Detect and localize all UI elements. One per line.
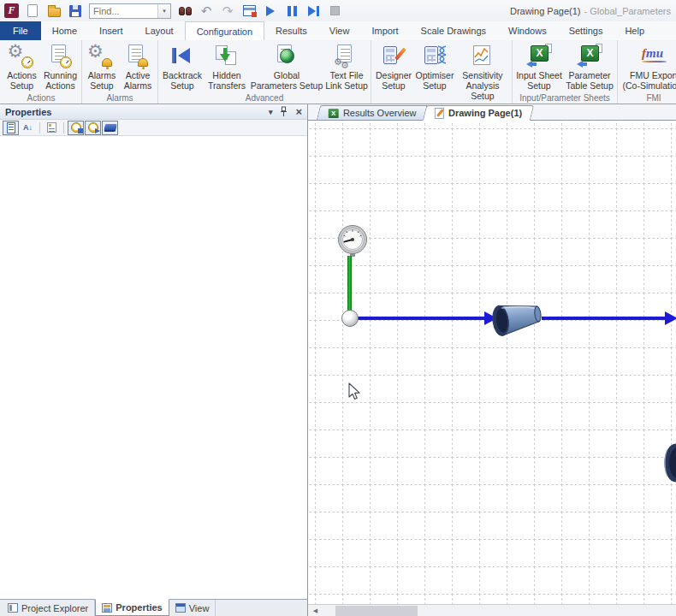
ribbon-item-input-sheet-setup[interactable]: X Input Sheet Setup (514, 43, 564, 92)
drawing-page-icon (435, 108, 444, 119)
search-button[interactable] (177, 3, 193, 19)
panel-menu-button[interactable]: ▾ (269, 108, 273, 116)
pipe-component-partial-icon[interactable] (655, 442, 676, 483)
dock-tab-properties[interactable]: Properties (95, 599, 169, 616)
open-button[interactable] (46, 3, 62, 19)
description-button[interactable] (102, 121, 118, 135)
fmu-logo-icon: fmu (639, 44, 668, 69)
ribbon-item-actions-setup[interactable]: ⚙ Actions Setup (3, 43, 41, 92)
ribbon-item-fmu-export[interactable]: fmu FMU Export (Co-Simulation) (620, 43, 676, 92)
step-forward-button[interactable] (305, 3, 321, 19)
ribbon-item-active-alarms[interactable]: Active Alarms (120, 43, 156, 92)
menu-tab-settings[interactable]: Settings (558, 21, 614, 40)
menu-tab-windows[interactable]: Windows (497, 21, 558, 40)
open-folder-icon (48, 8, 61, 17)
calculator-dna-icon (420, 44, 449, 69)
properties-content[interactable] (0, 136, 307, 599)
scroll-left-icon: ◀ (313, 607, 317, 614)
properties-panel-title: Properties (5, 107, 51, 117)
watch-input-button[interactable] (68, 121, 84, 135)
ribbon-group-label: Input/Parameter Sheets (514, 92, 615, 104)
new-document-button[interactable] (25, 3, 40, 19)
ribbon: ⚙ Actions Setup Running Actions Actions … (0, 40, 676, 104)
menu-tab-configuration[interactable]: Configuration (185, 21, 264, 40)
excel-import-icon: X (575, 44, 604, 69)
ribbon-item-text-file-link-setup[interactable]: ⚙⚙ Text File Link Setup (324, 43, 369, 92)
alphabetical-sort-button[interactable]: A↓ (20, 121, 36, 135)
doc-tab-results-overview[interactable]: X Results Overview (317, 105, 429, 120)
scroll-left-button[interactable]: ◀ (308, 605, 323, 616)
pressure-gauge-icon[interactable] (336, 224, 369, 258)
properties-panel-header: Properties ▾ × (0, 104, 307, 120)
redo-button[interactable]: ↷ (220, 3, 235, 19)
window-title: Drawing Page(1) - Global_Parameters (510, 0, 671, 21)
dock-tab-view[interactable]: View (169, 600, 216, 616)
menu-tab-scale-drawings[interactable]: Scale Drawings (410, 21, 497, 40)
gear-bell-icon: ⚙ (87, 44, 116, 69)
ribbon-item-alarms-setup[interactable]: ⚙ Alarms Setup (84, 43, 120, 92)
doc-tab-drawing-page-1[interactable]: Drawing Page(1) (422, 105, 534, 121)
menu-tab-results[interactable]: Results (264, 21, 318, 40)
scrollbar-thumb[interactable] (335, 606, 418, 616)
find-dropdown-button[interactable]: ▾ (157, 4, 170, 18)
flow-line[interactable] (358, 317, 484, 320)
categorized-view-button[interactable] (3, 121, 19, 135)
close-button[interactable]: × (295, 106, 302, 117)
app-logo-icon[interactable]: F (4, 3, 19, 18)
play-icon (266, 6, 275, 16)
menu-tab-home[interactable]: Home (41, 21, 88, 40)
calculator-pencil-icon (379, 44, 408, 69)
ribbon-item-hidden-transfers[interactable]: Hidden Transfers (205, 43, 249, 92)
save-icon (69, 5, 81, 17)
watch-result-button[interactable] (85, 121, 101, 135)
results-overview-icon: X (329, 109, 339, 118)
new-document-icon (27, 4, 38, 17)
pin-button[interactable] (280, 106, 288, 117)
drawing-area: X Results Overview Drawing Page(1) (308, 104, 676, 616)
run-button[interactable] (263, 3, 278, 19)
toolbar-separator (63, 122, 64, 133)
ribbon-group-label: Advanced (160, 92, 369, 104)
dock-tab-project-explorer[interactable]: Project Explorer (2, 600, 95, 616)
ribbon-item-parameter-table-setup[interactable]: X Parameter Table Setup (564, 43, 615, 92)
ribbon-item-optimiser-setup[interactable]: Optimiser Setup (414, 43, 455, 92)
find-combobox[interactable]: ▾ (89, 3, 171, 19)
menu-tab-layout[interactable]: Layout (134, 21, 185, 40)
pipe-component-icon[interactable] (489, 299, 544, 339)
title-bar: F ▾ ↶ ↷ Drawing Page(1) - Global_Paramet… (0, 0, 676, 21)
ribbon-group-advanced: Backtrack Setup Hidden Transfers Global … (158, 40, 371, 104)
drawing-canvas[interactable] (308, 121, 676, 604)
stop-button[interactable] (327, 3, 342, 19)
chart-lightning-icon (468, 44, 497, 69)
menu-tab-import[interactable]: Import (360, 21, 409, 40)
pages-green-arrow-icon (212, 44, 241, 69)
menu-tab-insert[interactable]: Insert (88, 21, 134, 40)
save-button[interactable] (68, 3, 83, 19)
ribbon-item-backtrack-setup[interactable]: Backtrack Setup (160, 43, 205, 92)
pause-icon (288, 6, 297, 16)
ribbon-tab-bar: File Home Insert Layout Configuration Re… (0, 21, 676, 40)
menu-tab-view[interactable]: View (318, 21, 361, 40)
boundary-node[interactable] (341, 310, 359, 327)
ribbon-item-designer-setup[interactable]: Designer Setup (373, 43, 414, 92)
horizontal-scrollbar[interactable]: ◀ (308, 604, 676, 616)
step-forward-icon (308, 6, 319, 16)
document-tab-bar: X Results Overview Drawing Page(1) (308, 104, 676, 121)
properties-toolbar: A↓ (0, 120, 307, 136)
find-input[interactable] (90, 6, 157, 16)
skip-to-start-icon (168, 44, 197, 69)
flow-line[interactable] (542, 317, 666, 320)
solver-setup-button[interactable] (241, 3, 257, 19)
ribbon-group-design-analysis: Designer Setup Optimiser Setup Sensitivi… (371, 40, 513, 104)
pause-button[interactable] (284, 3, 299, 19)
undo-button[interactable]: ↶ (199, 3, 214, 19)
property-pages-button[interactable] (44, 121, 60, 135)
ribbon-item-global-parameters-setup[interactable]: Global Parameters Setup (249, 43, 324, 92)
menu-tab-help[interactable]: Help (614, 21, 655, 40)
gauge-connector-line[interactable] (347, 256, 352, 314)
mouse-cursor (348, 382, 361, 400)
ribbon-item-running-actions[interactable]: Running Actions (41, 43, 80, 92)
menu-tab-file[interactable]: File (0, 21, 41, 40)
ribbon-item-sensitivity-analysis-setup[interactable]: Sensitivity Analysis Setup (455, 43, 510, 102)
ribbon-group-label: Alarms (84, 92, 156, 104)
